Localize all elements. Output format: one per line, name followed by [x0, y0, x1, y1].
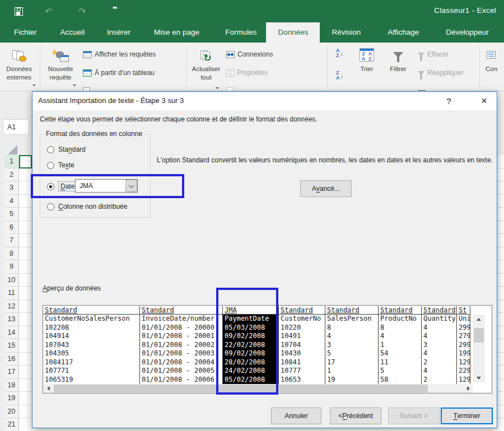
preview-column[interactable]: StUni299279299199129229129 — [457, 306, 470, 384]
tab-affichage[interactable]: Affichage — [380, 22, 426, 43]
row-header[interactable]: 4 — [4, 195, 19, 208]
sources-recentes-button[interactable] — [83, 85, 90, 91]
customize-quick-access-button[interactable] — [112, 8, 118, 19]
redo-button[interactable]: ↷ — [75, 4, 90, 18]
name-box[interactable]: A1 — [3, 119, 29, 135]
preview-cell: 4 — [422, 367, 456, 376]
row-header[interactable]: 5 — [4, 208, 19, 221]
actualiser-tout-button[interactable]: ↻ Actualiser tout — [189, 44, 223, 91]
tab-developpeur[interactable]: Développeur — [438, 22, 496, 43]
row-header[interactable]: 15 — [4, 339, 19, 353]
row-header[interactable]: 18 — [4, 379, 19, 392]
grid-cell[interactable] — [19, 195, 32, 208]
precedent-button[interactable]: < Précédent — [330, 407, 381, 424]
grid-cell[interactable] — [19, 247, 32, 261]
row-header[interactable]: 14 — [4, 326, 19, 340]
grid-cell[interactable] — [19, 287, 32, 300]
radio-texte[interactable]: Texte — [47, 161, 74, 169]
grid-cell[interactable] — [19, 405, 32, 419]
row-header[interactable]: 3 — [4, 181, 19, 195]
grid-cell[interactable] — [19, 392, 32, 405]
undo-button[interactable]: ↶ — [41, 4, 56, 18]
radio-colonne-non-distribuee[interactable]: Colonne non distribuée — [47, 203, 127, 210]
row-header[interactable]: 21 — [4, 418, 19, 431]
filtrer-button[interactable]: Filtrer — [383, 44, 413, 91]
grid-cell[interactable] — [19, 234, 32, 247]
preview-column[interactable]: JMAPaymentDate05/03/200809/02/200822/02/… — [223, 306, 279, 384]
select-all-corner[interactable] — [8, 145, 17, 154]
row-header[interactable]: 17 — [4, 366, 19, 379]
scroll-right-button[interactable] — [465, 385, 472, 392]
row-header[interactable]: 2 — [4, 168, 19, 182]
save-button[interactable] — [11, 4, 26, 18]
connexions-button[interactable]: Connexions — [226, 48, 273, 60]
show-queries-icon — [83, 51, 92, 58]
active-cell[interactable] — [19, 155, 32, 168]
preview-horizontal-scrollbar[interactable] — [44, 384, 473, 393]
tab-inserer[interactable]: Insérer — [100, 22, 138, 43]
row-header[interactable]: 13 — [4, 313, 19, 326]
scroll-left-button[interactable] — [45, 385, 52, 392]
preview-column[interactable]: StandardCustomerNo1022010491107041043010… — [279, 306, 325, 384]
vertical-scroll-thumb[interactable] — [474, 328, 484, 343]
grid-cell[interactable] — [19, 181, 32, 195]
preview-column[interactable]: StandardInvoiceDate/number01/01/2008 - 2… — [140, 306, 223, 384]
radio-standard[interactable]: Standard — [47, 146, 86, 153]
a-partir-tableau-button[interactable]: À partir d'un tableau — [83, 67, 155, 79]
grid-cell[interactable] — [19, 326, 32, 340]
preview-column[interactable]: StandardProductNo8415411558 — [379, 306, 422, 384]
row-header[interactable]: 12 — [4, 300, 19, 313]
row-header[interactable]: 7 — [4, 234, 19, 247]
tab-donnees[interactable]: Données — [266, 22, 320, 43]
row-header[interactable]: 6 — [4, 221, 19, 235]
grid-cell[interactable] — [19, 418, 32, 431]
row-header[interactable]: 8 — [4, 247, 19, 261]
trier-a-z-button[interactable]: AZ↓ — [336, 47, 343, 59]
annuler-button[interactable]: Annuler — [271, 407, 321, 424]
horizontal-scroll-thumb[interactable] — [54, 385, 428, 392]
grid-cell[interactable] — [19, 300, 32, 313]
trier-z-a-button[interactable]: ZA↓ — [336, 69, 343, 82]
grid-cell[interactable] — [19, 366, 32, 379]
preview-cell: 10777 — [279, 367, 325, 376]
grid-cell[interactable] — [19, 339, 32, 353]
grid-cell[interactable] — [19, 274, 32, 287]
trier-button[interactable]: ZAAZ Trier — [353, 44, 381, 91]
terminer-button[interactable]: Terminer — [441, 407, 493, 424]
help-button[interactable]: ? — [436, 92, 461, 110]
combobox-dropdown-button[interactable] — [125, 180, 137, 192]
tab-formules[interactable]: Formules — [218, 22, 264, 43]
row-header[interactable]: 1 — [4, 155, 19, 168]
nouvelle-requete-button[interactable]: Nouvelle requête — [43, 44, 78, 91]
preview-column[interactable]: StandardQuantity4434242 — [422, 306, 457, 384]
scroll-up-button[interactable] — [474, 316, 484, 322]
scroll-down-button[interactable] — [474, 374, 484, 381]
row-header[interactable]: 10 — [4, 274, 19, 287]
grid-cell[interactable] — [19, 379, 32, 392]
tab-revision[interactable]: Révision — [324, 22, 368, 43]
grid-cell[interactable] — [19, 221, 32, 235]
row-header[interactable]: 20 — [4, 405, 19, 419]
preview-vertical-scrollbar[interactable] — [473, 315, 485, 382]
close-button[interactable]: × — [472, 92, 497, 110]
afficher-requetes-button[interactable]: Afficher les requêtes — [83, 48, 156, 60]
grid-cell[interactable] — [19, 313, 32, 326]
preview-column[interactable]: StandardCustomerNoSalesPerson10220810491… — [43, 306, 140, 384]
grid-cell[interactable] — [19, 260, 32, 274]
row-header[interactable]: 9 — [4, 260, 19, 274]
row-header[interactable]: 11 — [4, 287, 19, 300]
date-format-combobox[interactable]: JMA — [75, 179, 138, 193]
donnees-externes-button[interactable]: Données externes — [1, 44, 38, 91]
preview-column[interactable]: StandardSalesPerson843517119 — [325, 306, 379, 384]
row-header[interactable]: 19 — [4, 392, 19, 405]
avance-button[interactable]: Avancé... — [300, 180, 352, 197]
tab-accueil[interactable]: Accueil — [53, 22, 92, 43]
grid-cell[interactable] — [19, 353, 32, 366]
tab-mise-en-page[interactable]: Mise en page — [147, 22, 207, 43]
tab-fichier[interactable]: Fichier — [7, 22, 44, 43]
row-header[interactable]: 16 — [4, 353, 19, 366]
convertir-button[interactable]: Con — [482, 44, 504, 91]
grid-cell[interactable] — [19, 168, 32, 182]
preview-cell: 102208 — [43, 324, 139, 332]
grid-cell[interactable] — [19, 208, 32, 221]
